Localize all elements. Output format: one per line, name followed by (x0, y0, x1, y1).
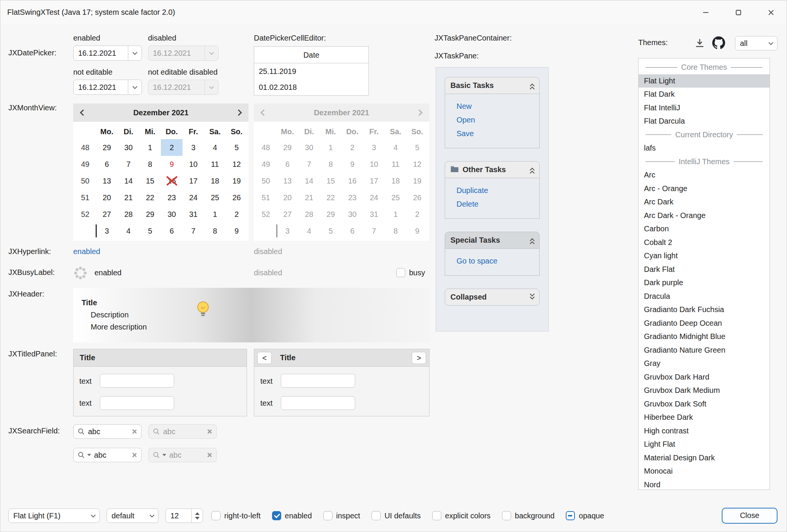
themes-list[interactable]: Core ThemesFlat LightFlat DarkFlat Intel… (638, 58, 770, 490)
calendar-day[interactable]: 4 (204, 139, 226, 156)
checkbox-label[interactable]: enabled (285, 512, 312, 520)
theme-list-item[interactable]: lafs (639, 141, 770, 155)
next-button[interactable]: > (412, 352, 426, 364)
calendar-day[interactable]: 30 (118, 139, 139, 156)
calendar-day[interactable]: 27 (96, 206, 118, 223)
busy-checkbox[interactable] (396, 268, 405, 277)
chevron-double-up-icon[interactable] (530, 237, 534, 243)
calendar-day[interactable]: 25 (204, 189, 226, 206)
theme-list-item[interactable]: Gradianto Deep Ocean (639, 317, 770, 330)
checkbox-label[interactable]: right-to-left (224, 512, 261, 520)
task-pane-header[interactable]: Collapsed (445, 289, 540, 306)
calendar-day[interactable]: 6 (96, 156, 118, 173)
taskpane-link[interactable]: New (456, 99, 539, 113)
calendar-day[interactable]: 20 (96, 189, 118, 206)
calendar-day[interactable]: 2 (161, 139, 183, 156)
checkbox-label[interactable]: explicit colors (445, 512, 491, 520)
theme-list-item[interactable]: Nord (639, 478, 770, 490)
search-field[interactable]: abc (73, 424, 142, 439)
theme-list-item[interactable]: Cyan light (639, 249, 770, 263)
maximize-button[interactable] (722, 0, 755, 24)
calendar-day[interactable]: 24 (183, 189, 204, 206)
busy-checkbox-item[interactable]: busy (396, 268, 425, 277)
minimize-button[interactable] (689, 0, 722, 24)
theme-list-item[interactable]: Flat Dark (639, 88, 770, 101)
theme-list-item[interactable]: Flat Light (639, 74, 770, 88)
calendar-day[interactable]: 12 (226, 156, 247, 173)
calendar-day[interactable]: 8 (139, 156, 161, 173)
calendar-day[interactable]: 6 (161, 223, 183, 239)
calendar-day[interactable]: 9 (226, 223, 247, 239)
theme-list-item[interactable]: Arc Dark - Orange (639, 209, 770, 223)
taskpane-link[interactable]: Open (456, 113, 539, 127)
calendar-day[interactable]: 13 (96, 173, 118, 189)
calendar-day[interactable]: 26 (226, 189, 247, 206)
titled-panel-text-input[interactable] (281, 396, 355, 410)
calendar-day[interactable]: 8 (204, 223, 226, 239)
theme-list-item[interactable]: Flat IntelliJ (639, 101, 770, 115)
next-month-icon[interactable] (236, 110, 242, 116)
calendar-day[interactable]: 19 (226, 173, 247, 189)
calendar-day[interactable]: 28 (118, 206, 139, 223)
theme-list-item[interactable]: Dark purple (639, 276, 770, 290)
calendar-day[interactable]: 5 (139, 223, 161, 239)
calendar-day[interactable]: 15 (139, 173, 161, 189)
taskpane-link[interactable]: Duplicate (456, 184, 539, 197)
clear-icon[interactable] (131, 428, 137, 435)
calendar-day[interactable]: 18 (204, 173, 226, 189)
checkbox-inspect[interactable] (323, 511, 332, 520)
titled-panel-text-input[interactable] (100, 374, 174, 388)
calendar-day[interactable]: 21 (118, 189, 139, 206)
theme-list-item[interactable]: Light Flat (639, 438, 770, 451)
github-icon[interactable] (712, 36, 725, 49)
checkbox-enabled[interactable] (272, 511, 281, 520)
datepicker-dropdown-button[interactable] (128, 46, 142, 60)
theme-list-item[interactable]: Monocai (639, 465, 770, 478)
themes-filter-combobox[interactable]: all (735, 36, 778, 50)
download-icon[interactable] (694, 38, 705, 49)
theme-list-item[interactable]: Flat Darcula (639, 115, 770, 128)
combobox-value[interactable]: Flat Light (F1) (9, 512, 87, 520)
calendar-day[interactable]: 7 (183, 223, 204, 239)
close-window-button[interactable] (755, 0, 787, 24)
calendar-day[interactable]: 30 (161, 206, 183, 223)
calendar-day[interactable]: 4 (118, 223, 139, 239)
table-row[interactable]: 01.02.2018 (254, 79, 368, 95)
calendar-day[interactable]: 31 (183, 206, 204, 223)
search-menu-arrow-icon[interactable] (87, 454, 91, 456)
chevron-double-up-icon[interactable] (530, 167, 534, 173)
checkbox-right-to-left[interactable] (211, 511, 220, 520)
taskpane-link[interactable]: Save (456, 127, 539, 140)
chevron-double-up-icon[interactable] (530, 83, 534, 89)
calendar-day[interactable]: 16 (161, 173, 183, 189)
datepicker-not-editable[interactable]: 16.12.2021 (73, 80, 142, 95)
search-field-with-menu[interactable]: abc (73, 448, 142, 462)
spinner-value[interactable]: 12 (166, 512, 191, 520)
table-row[interactable]: 25.11.2019 (254, 63, 368, 79)
checkbox-label[interactable]: UI defaults (384, 512, 421, 520)
datepicker-value[interactable]: 16.12.2021 (74, 46, 128, 60)
hyperlink-enabled[interactable]: enabled (73, 247, 100, 256)
task-pane-header[interactable]: Special Tasks (445, 232, 540, 249)
theme-list-item[interactable]: Gruvbox Dark Medium (639, 384, 770, 397)
checkbox-ui-defaults[interactable] (371, 511, 381, 520)
checkbox-opaque[interactable] (566, 511, 575, 520)
calendar-day[interactable]: 11 (204, 156, 226, 173)
calendar-day[interactable]: 7 (118, 156, 139, 173)
theme-list-item[interactable]: Carbon (639, 222, 770, 236)
search-input[interactable]: abc (94, 451, 128, 460)
theme-list-item[interactable]: High contrast (639, 424, 770, 438)
calendar-day[interactable]: 3 (96, 223, 118, 239)
calendar-day[interactable]: 14 (118, 173, 139, 189)
checkbox-label[interactable]: inspect (336, 512, 360, 520)
checkbox-background[interactable] (502, 511, 511, 520)
spinner-down-icon[interactable] (195, 517, 200, 519)
calendar-day[interactable]: 22 (139, 189, 161, 206)
titled-panel-text-input[interactable] (281, 374, 355, 388)
theme-list-item[interactable]: Material Design Dark (639, 451, 770, 465)
theme-list-item[interactable]: Arc - Orange (639, 182, 770, 196)
calendar-day[interactable]: 3 (183, 139, 204, 156)
checkbox-label[interactable]: busy (409, 268, 425, 277)
task-pane-header[interactable]: Basic Tasks (445, 77, 540, 94)
checkbox-label[interactable]: background (515, 512, 555, 520)
